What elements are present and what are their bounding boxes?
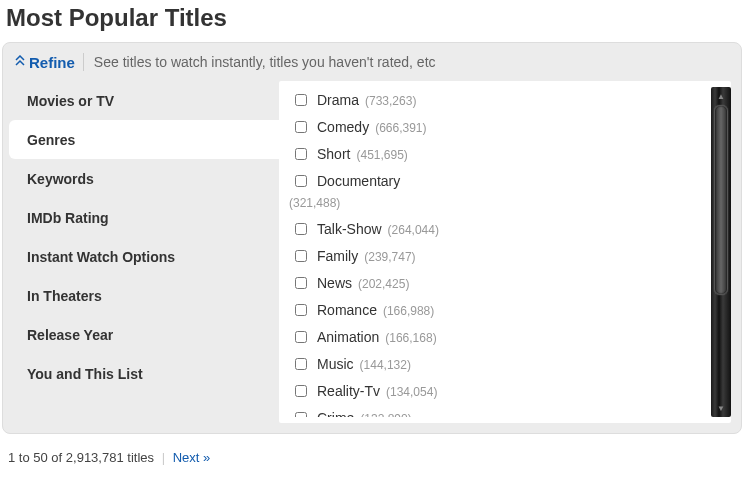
- scroll-thumb[interactable]: [714, 105, 728, 295]
- genre-item: News(202,425): [289, 270, 707, 297]
- genre-count: (666,391): [375, 118, 426, 138]
- scroll-up-button[interactable]: ▲: [711, 87, 731, 105]
- sidebar-item-label: You and This List: [27, 366, 143, 382]
- genre-item: Talk-Show(264,044): [289, 216, 707, 243]
- refine-header: Refine See titles to watch instantly, ti…: [3, 43, 741, 79]
- chevron-up-double-icon: [15, 55, 25, 70]
- sidebar-item-movies-or-tv[interactable]: Movies or TV: [9, 81, 279, 120]
- genre-checkbox[interactable]: [295, 148, 307, 160]
- sidebar-item-you-and-this-list[interactable]: You and This List: [9, 354, 279, 393]
- genre-label[interactable]: Drama: [317, 90, 359, 110]
- genre-count: (451,695): [356, 145, 407, 165]
- genre-count: (733,263): [365, 91, 416, 111]
- refine-body: Movies or TVGenresKeywordsIMDb RatingIns…: [3, 79, 741, 425]
- sidebar-item-label: Instant Watch Options: [27, 249, 175, 265]
- genre-checkbox[interactable]: [295, 385, 307, 397]
- next-link[interactable]: Next »: [173, 450, 211, 465]
- genre-label[interactable]: News: [317, 273, 352, 293]
- vertical-scrollbar[interactable]: ▲ ▼: [711, 87, 731, 417]
- genre-count: (264,044): [388, 220, 439, 240]
- genre-label[interactable]: Comedy: [317, 117, 369, 137]
- genre-checkbox[interactable]: [295, 250, 307, 262]
- genre-checkbox[interactable]: [295, 277, 307, 289]
- sidebar-item-keywords[interactable]: Keywords: [9, 159, 279, 198]
- sidebar-item-genres[interactable]: Genres: [9, 120, 279, 159]
- genre-item: Family(239,747): [289, 243, 707, 270]
- genre-label[interactable]: Animation: [317, 327, 379, 347]
- genre-label[interactable]: Family: [317, 246, 358, 266]
- genre-label[interactable]: Crime: [317, 408, 354, 417]
- genre-label[interactable]: Romance: [317, 300, 377, 320]
- genre-panel: Drama(733,263)Comedy(666,391)Short(451,6…: [279, 81, 731, 423]
- genre-checkbox[interactable]: [295, 412, 307, 417]
- genre-count: (321,488): [289, 191, 701, 213]
- genre-checkbox[interactable]: [295, 223, 307, 235]
- genre-item: Romance(166,988): [289, 297, 707, 324]
- genre-list: Drama(733,263)Comedy(666,391)Short(451,6…: [289, 87, 707, 417]
- divider: [83, 53, 84, 71]
- sidebar-item-label: In Theaters: [27, 288, 102, 304]
- genre-checkbox[interactable]: [295, 94, 307, 106]
- genre-item: Music(144,132): [289, 351, 707, 378]
- scroll-down-button[interactable]: ▼: [711, 399, 731, 417]
- genre-item: Reality-Tv(134,054): [289, 378, 707, 405]
- genre-item: Drama(733,263): [289, 87, 707, 114]
- sidebar-item-label: Keywords: [27, 171, 94, 187]
- genre-item: Crime(132,890): [289, 405, 707, 417]
- sidebar-item-instant-watch-options[interactable]: Instant Watch Options: [9, 237, 279, 276]
- genre-item: Documentary(321,488): [289, 168, 707, 216]
- sidebar-item-label: IMDb Rating: [27, 210, 109, 226]
- sidebar-item-imdb-rating[interactable]: IMDb Rating: [9, 198, 279, 237]
- genre-label[interactable]: Music: [317, 354, 354, 374]
- refine-toggle-label: Refine: [29, 54, 75, 71]
- genre-count: (134,054): [386, 382, 437, 402]
- genre-count: (144,132): [360, 355, 411, 375]
- results-range: 1 to 50 of 2,913,781 titles: [8, 450, 154, 465]
- filter-sidebar: Movies or TVGenresKeywordsIMDb RatingIns…: [3, 81, 279, 423]
- sidebar-item-label: Release Year: [27, 327, 113, 343]
- genre-checkbox[interactable]: [295, 304, 307, 316]
- genre-checkbox[interactable]: [295, 121, 307, 133]
- genre-count: (202,425): [358, 274, 409, 294]
- genre-checkbox[interactable]: [295, 358, 307, 370]
- refine-panel: Refine See titles to watch instantly, ti…: [2, 42, 742, 434]
- sidebar-item-in-theaters[interactable]: In Theaters: [9, 276, 279, 315]
- results-footer: 1 to 50 of 2,913,781 titles | Next »: [0, 434, 744, 471]
- genre-label[interactable]: Short: [317, 144, 350, 164]
- genre-count: (166,988): [383, 301, 434, 321]
- genre-checkbox[interactable]: [295, 331, 307, 343]
- genre-checkbox[interactable]: [295, 175, 307, 187]
- genre-label[interactable]: Reality-Tv: [317, 381, 380, 401]
- separator: |: [162, 450, 165, 465]
- genre-label[interactable]: Documentary: [317, 171, 400, 191]
- sidebar-item-label: Genres: [27, 132, 75, 148]
- genre-count: (166,168): [385, 328, 436, 348]
- sidebar-item-label: Movies or TV: [27, 93, 114, 109]
- genre-item: Short(451,695): [289, 141, 707, 168]
- genre-count: (132,890): [360, 409, 411, 417]
- sidebar-item-release-year[interactable]: Release Year: [9, 315, 279, 354]
- genre-count: (239,747): [364, 247, 415, 267]
- refine-toggle[interactable]: Refine: [15, 54, 75, 71]
- page-title: Most Popular Titles: [0, 0, 744, 42]
- genre-item: Animation(166,168): [289, 324, 707, 351]
- refine-subtitle: See titles to watch instantly, titles yo…: [94, 54, 436, 70]
- genre-item: Comedy(666,391): [289, 114, 707, 141]
- genre-label[interactable]: Talk-Show: [317, 219, 382, 239]
